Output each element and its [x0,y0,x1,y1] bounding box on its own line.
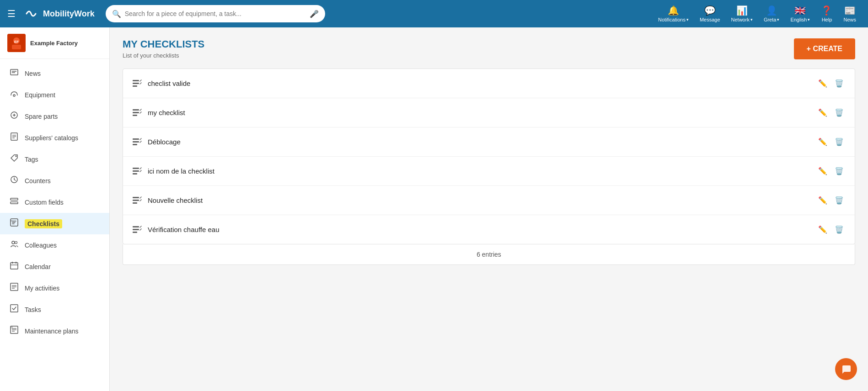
sidebar-item-checklists[interactable]: Checklists [0,213,109,234]
sidebar-item-tags[interactable]: Tags [0,148,109,170]
checklist-row: Nouvelle checklist ✏️ 🗑️ [123,186,855,215]
svg-line-45 [140,112,141,113]
checklist-row-icon [132,166,142,176]
svg-line-50 [140,141,141,143]
nav-items: 🔔 Notifications ▾ 💬 Message 📊 Network ▾ … [654,3,861,24]
microphone-icon[interactable]: 🎤 [310,10,319,18]
edit-button-6[interactable]: ✏️ [816,223,829,236]
checklist-row: my checklist ✏️ 🗑️ [123,98,855,127]
sidebar-calendar-label: Calendar [25,263,51,270]
top-navigation: ☰ MobilityWork 🔍 🎤 🔔 Notifications ▾ 💬 M… [0,0,868,27]
svg-rect-61 [133,226,139,227]
svg-rect-56 [133,197,139,198]
sidebar-item-colleagues[interactable]: Colleagues [0,234,109,256]
nav-item-network[interactable]: 📊 Network ▾ [727,3,757,24]
edit-button-3[interactable]: ✏️ [816,136,829,148]
svg-point-20 [12,241,15,244]
delete-button-2[interactable]: 🗑️ [833,106,846,119]
sidebar-maintenance-plans-label: Maintenance plans [25,328,79,335]
bell-icon: 🔔 [668,5,679,16]
nav-item-english[interactable]: 🇬🇧 English ▾ [786,3,814,24]
row-actions-4: ✏️ 🗑️ [816,165,846,177]
help-label: Help [822,17,832,22]
entries-count: 6 entries [477,251,501,258]
svg-line-55 [140,170,141,172]
hamburger-icon[interactable]: ☰ [7,8,16,19]
company-header[interactable]: EF Example Factory [0,27,109,59]
svg-rect-16 [11,198,18,200]
sidebar-item-suppliers-catalogs[interactable]: Suppliers' catalogs [0,127,109,148]
chat-bubble[interactable] [835,358,857,380]
edit-button-4[interactable]: ✏️ [816,165,829,177]
page-title: MY CHECKLISTS [123,38,204,50]
sidebar-item-tasks[interactable]: Tasks [0,299,109,320]
sidebar-item-spare-parts[interactable]: Spare parts [0,106,109,127]
checklist-row-icon [132,196,142,206]
checklist-row-icon [132,79,142,89]
svg-line-39 [140,80,141,81]
checklist-table: checlist valide ✏️ 🗑️ my checklist ✏️ [123,69,855,244]
edit-button-5[interactable]: ✏️ [816,194,829,206]
nav-item-greta[interactable]: 👤 Greta ▾ [759,3,784,24]
svg-point-21 [15,242,17,244]
edit-button-2[interactable]: ✏️ [816,106,829,119]
svg-rect-58 [133,202,137,204]
flag-icon: 🇬🇧 [794,5,806,16]
search-input[interactable] [125,10,306,17]
notifications-label: Notifications ▾ [658,17,689,22]
search-bar[interactable]: 🔍 🎤 [106,5,325,22]
svg-rect-38 [133,85,137,87]
svg-rect-62 [133,229,139,230]
news-icon: 📰 [844,5,856,16]
svg-point-14 [16,156,17,157]
svg-line-54 [140,168,141,169]
svg-rect-48 [133,144,137,145]
edit-button-1[interactable]: ✏️ [816,77,829,90]
svg-rect-41 [133,109,139,111]
entries-footer: 6 entries [123,244,855,265]
sidebar-custom-fields-label: Custom fields [25,199,64,206]
row-actions-2: ✏️ 🗑️ [816,106,846,119]
sidebar-my-activities-label: My activities [25,285,59,292]
search-icon: 🔍 [112,10,121,18]
create-button[interactable]: + CREATE [794,38,855,59]
sidebar-item-my-activities[interactable]: My activities [0,277,109,299]
sidebar-item-maintenance-plans[interactable]: Maintenance plans [0,320,109,342]
nav-item-help[interactable]: ❓ Help [816,3,837,24]
sidebar-colleagues-label: Colleagues [25,242,57,249]
sidebar-tags-label: Tags [25,156,38,163]
news-sidebar-icon [9,68,19,79]
nav-item-message[interactable]: 💬 Message [695,3,725,24]
checklist-row-icon [132,137,142,147]
svg-rect-35 [11,326,13,328]
delete-button-5[interactable]: 🗑️ [833,194,846,206]
row-actions-1: ✏️ 🗑️ [816,77,846,90]
page-header: MY CHECKLISTS List of your checklists + … [123,38,855,59]
delete-button-4[interactable]: 🗑️ [833,165,846,177]
tags-icon [9,153,19,165]
row-actions-5: ✏️ 🗑️ [816,194,846,206]
sidebar-item-counters[interactable]: Counters [0,170,109,191]
checklist-row: ici nom de la checklist ✏️ 🗑️ [123,157,855,186]
custom-fields-icon [9,196,19,208]
delete-button-3[interactable]: 🗑️ [833,136,846,148]
svg-point-8 [13,95,15,96]
delete-button-6[interactable]: 🗑️ [833,223,846,236]
sidebar-item-calendar[interactable]: Calendar [0,256,109,277]
my-activities-icon [9,282,19,294]
app-name: MobilityWork [43,9,95,19]
sidebar-item-equipment[interactable]: Equipment [0,84,109,106]
nav-item-news[interactable]: 📰 News [839,3,861,24]
sidebar-item-news[interactable]: News [0,63,109,84]
svg-rect-37 [133,83,139,84]
main-content: MY CHECKLISTS List of your checklists + … [110,27,868,391]
delete-button-1[interactable]: 🗑️ [833,77,846,90]
sidebar-item-custom-fields[interactable]: Custom fields [0,191,109,213]
nav-item-notifications[interactable]: 🔔 Notifications ▾ [654,3,693,24]
svg-line-64 [140,226,141,227]
catalog-icon [9,132,19,143]
app-logo[interactable]: MobilityWork [23,5,95,22]
maintenance-plans-icon [9,325,19,337]
colleagues-icon [9,239,19,251]
checklist-name-4: ici nom de la checklist [148,167,811,175]
